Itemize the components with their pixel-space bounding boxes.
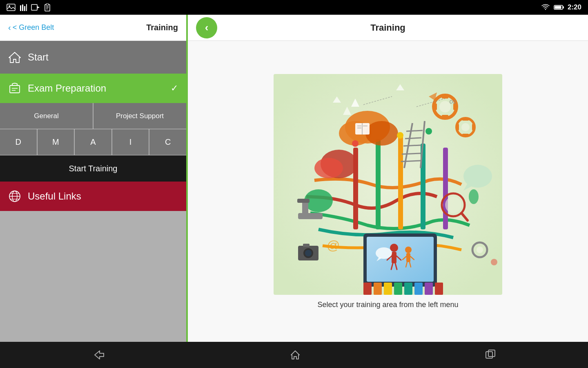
left-panel-empty [0, 211, 186, 342]
svg-rect-0 [7, 4, 15, 11]
svg-rect-45 [442, 115, 448, 119]
dmaic-i-btn[interactable]: I [112, 129, 150, 155]
nav-item-start[interactable]: Start [0, 41, 186, 74]
bars-icon [20, 4, 27, 11]
svg-rect-66 [298, 213, 323, 219]
svg-rect-110 [384, 283, 392, 295]
svg-rect-116 [486, 352, 492, 358]
time-display: 2:20 [568, 3, 581, 11]
svg-point-33 [365, 121, 398, 146]
battery-icon [554, 4, 564, 10]
right-back-btn[interactable]: ‹ [196, 17, 217, 38]
svg-point-95 [376, 247, 392, 259]
start-training-btn[interactable]: Start Training [0, 155, 186, 182]
exam-prep-label: Exam Preparation [28, 83, 106, 94]
svg-rect-84 [392, 252, 396, 263]
nav-item-exam-preparation[interactable]: Exam Preparation ✓ [0, 74, 186, 103]
useful-links-label: Useful Links [28, 191, 81, 202]
start-label: Start [28, 52, 49, 63]
exam-submenu: General Project Support D M A I [0, 103, 186, 182]
svg-line-57 [405, 138, 421, 139]
svg-rect-117 [488, 350, 495, 357]
right-panel-title: Training [217, 22, 559, 33]
svg-rect-5 [26, 4, 27, 11]
svg-rect-27 [376, 139, 381, 229]
nav-recents-btn[interactable] [484, 349, 497, 361]
svg-rect-51 [462, 134, 469, 137]
exam-nav-icon [8, 82, 21, 94]
svg-rect-90 [406, 253, 410, 262]
svg-rect-114 [425, 283, 433, 295]
svg-rect-50 [462, 117, 469, 121]
svg-point-62 [445, 197, 461, 213]
image-icon [7, 4, 16, 11]
wifi-icon [541, 4, 550, 11]
training-caption: Select your training area from the left … [317, 301, 458, 309]
svg-rect-68 [297, 199, 310, 203]
svg-rect-4 [24, 6, 25, 11]
svg-rect-111 [394, 283, 402, 295]
left-panel: ‹ < Green Belt Training Start Exam Prepa… [0, 15, 188, 342]
nav-back-btn[interactable] [91, 349, 106, 361]
nav-item-useful-links[interactable]: Useful Links [0, 182, 186, 211]
svg-rect-52 [456, 124, 459, 130]
left-header: ‹ < Green Belt Training [0, 15, 186, 41]
back-label: < Green Belt [13, 23, 54, 32]
svg-rect-9 [46, 4, 49, 5]
status-bar: 2:20 [0, 0, 588, 15]
svg-rect-14 [555, 6, 561, 9]
svg-line-58 [403, 145, 421, 146]
svg-marker-7 [37, 6, 40, 9]
svg-rect-109 [374, 283, 382, 295]
video-icon [31, 4, 40, 11]
svg-rect-108 [363, 283, 372, 295]
dmaic-d-btn[interactable]: D [0, 129, 38, 155]
right-header: ‹ Training [188, 15, 588, 41]
svg-rect-3 [22, 4, 23, 11]
dmaic-m-btn[interactable]: M [38, 129, 75, 155]
svg-point-78 [397, 132, 403, 139]
status-icons-right: 2:20 [541, 3, 581, 11]
svg-point-98 [477, 247, 483, 253]
svg-text:@: @ [327, 238, 340, 253]
svg-point-49 [461, 123, 470, 131]
svg-rect-44 [442, 94, 448, 99]
svg-rect-6 [31, 4, 37, 10]
svg-rect-15 [563, 7, 564, 9]
svg-point-102 [491, 259, 497, 265]
svg-rect-53 [472, 124, 475, 130]
bottom-nav-bar [0, 342, 588, 368]
svg-line-56 [406, 130, 423, 131]
home-nav-icon [8, 51, 21, 63]
left-panel-title: Training [146, 23, 178, 32]
project-support-btn[interactable]: Project Support [94, 103, 186, 129]
dmaic-a-btn[interactable]: A [75, 129, 112, 155]
svg-point-77 [352, 140, 359, 147]
svg-point-79 [425, 128, 432, 135]
svg-rect-17 [10, 85, 20, 93]
right-panel: ‹ Training [188, 15, 588, 342]
svg-point-35 [314, 158, 343, 178]
training-illustration: @ ∞ [274, 74, 502, 295]
status-icons-left [7, 3, 51, 11]
general-btn[interactable]: General [0, 103, 94, 129]
globe-nav-icon [8, 190, 21, 203]
nav-home-btn[interactable] [290, 349, 301, 361]
svg-rect-28 [398, 135, 403, 229]
svg-line-59 [402, 153, 421, 154]
submenu-category-row: General Project Support [0, 103, 186, 129]
svg-text:∞: ∞ [449, 96, 456, 107]
svg-point-99 [469, 189, 479, 204]
back-to-green-belt[interactable]: ‹ < Green Belt [8, 23, 54, 32]
right-content: @ ∞ [188, 41, 588, 342]
svg-rect-113 [414, 283, 423, 295]
svg-rect-30 [443, 148, 448, 229]
clipboard-icon [44, 3, 51, 11]
left-arrow-icon: ‹ [205, 21, 209, 34]
svg-rect-112 [404, 283, 412, 295]
svg-rect-46 [433, 103, 437, 110]
svg-point-89 [405, 247, 412, 253]
dmaic-c-btn[interactable]: C [149, 129, 186, 155]
svg-rect-2 [20, 5, 21, 11]
main-area: ‹ < Green Belt Training Start Exam Prepa… [0, 15, 588, 342]
